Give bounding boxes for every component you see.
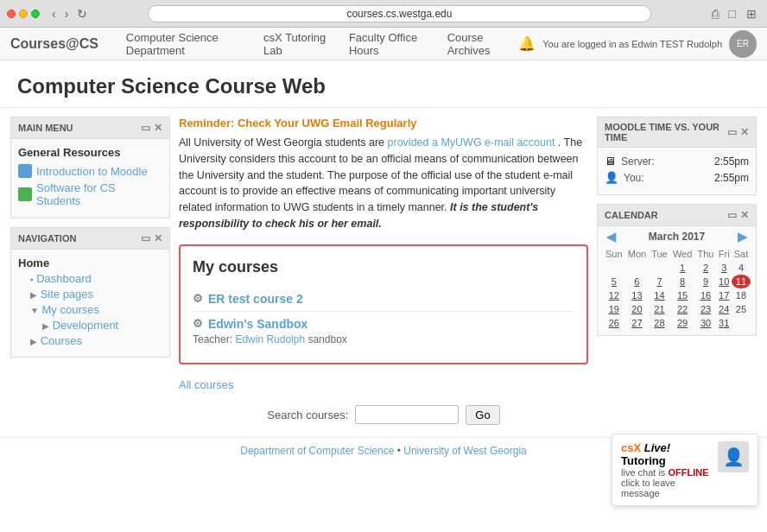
calendar-day[interactable]: 5 (603, 275, 625, 288)
day-tue: Tue (649, 247, 669, 261)
next-month-button[interactable]: ▶ (734, 230, 751, 244)
refresh-button[interactable]: ↻ (73, 5, 91, 22)
all-courses-link[interactable]: All courses (179, 378, 234, 391)
calendar-day[interactable]: 7 (649, 275, 669, 288)
nav-course-archives[interactable]: Course Archives (437, 28, 519, 60)
course-item-sandbox: ⚙ Edwin's Sandbox Teacher: Edwin Rudolph… (193, 312, 574, 351)
window-controls (7, 10, 40, 18)
cs-students-link[interactable]: Software for CS Students (18, 181, 162, 207)
search-row: Search courses: Go (179, 405, 588, 425)
my-courses-title: My courses (193, 258, 574, 276)
back-button[interactable]: ‹ (48, 5, 60, 22)
calendar-day[interactable]: 16 (695, 288, 717, 302)
nav-user-info: 🔔 You are logged in as Edwin TEST Rudolp… (518, 30, 757, 58)
calendar-day[interactable]: 25 (732, 302, 751, 316)
search-input[interactable] (355, 405, 459, 424)
calendar-day[interactable]: 12 (603, 288, 625, 302)
calendar-day[interactable]: 11 (732, 275, 751, 288)
day-sat: Sat (732, 247, 751, 261)
reminder-text: All University of West Georgia students … (179, 135, 588, 232)
calendar-day[interactable]: 9 (695, 275, 717, 288)
nav-links: Computer Science Department csX Tutoring… (116, 28, 518, 60)
main-menu-block: MAIN MENU ▭ ✕ General Resources Introduc… (10, 117, 170, 218)
csx-offline-label: OFFLINE (668, 467, 708, 478)
intro-moodle-link[interactable]: Introduction to Moodle (18, 164, 162, 178)
calendar-day[interactable]: 26 (603, 316, 625, 330)
calendar-day[interactable]: 15 (670, 288, 695, 302)
nav-cs-dept[interactable]: Computer Science Department (116, 28, 251, 60)
new-window-button[interactable]: ⊞ (743, 5, 760, 22)
you-time-row: 👤 You: 2:55pm (605, 171, 749, 184)
nav-collapse-icon[interactable]: ▭ (141, 232, 150, 244)
teacher-link[interactable]: Edwin Rudolph (235, 333, 305, 345)
calendar-day[interactable]: 14 (649, 288, 669, 302)
nav-my-courses: ▼ My courses (18, 303, 162, 316)
dev-arrow[interactable]: ▶ (42, 321, 49, 331)
time-collapse-icon[interactable]: ▭ (727, 126, 737, 138)
you-time-value: 2:55pm (714, 172, 749, 184)
calendar-day[interactable]: 10 (716, 275, 732, 288)
center-content: Reminder: Check Your UWG Email Regularly… (179, 117, 588, 425)
site-logo[interactable]: Courses@CS (10, 36, 98, 52)
minimize-dot[interactable] (19, 10, 28, 18)
time-config-icon[interactable]: ✕ (740, 126, 749, 138)
calendar-day[interactable]: 24 (716, 302, 732, 316)
navigation-block: NAVIGATION ▭ ✕ Home ▪ Dashboard ▶ Site p… (10, 227, 170, 358)
dash-bullet: ▪ (30, 275, 34, 284)
calendar-day[interactable]: 29 (670, 316, 695, 330)
calendar-day[interactable]: 4 (732, 261, 751, 275)
footer-university-link[interactable]: University of West Georgia (403, 445, 527, 457)
calendar-day[interactable]: 27 (625, 316, 650, 330)
calendar-day[interactable]: 21 (649, 302, 669, 316)
cal-config-icon[interactable]: ✕ (740, 209, 749, 221)
myuwg-link[interactable]: provided a MyUWG e-mail account (388, 136, 555, 149)
footer-dept-link[interactable]: Department of Computer Science (240, 445, 394, 457)
calendar-day[interactable]: 23 (695, 302, 717, 316)
avatar[interactable]: ER (729, 30, 757, 58)
calendar-day[interactable]: 13 (625, 288, 650, 302)
nav-csx-tutoring[interactable]: csX Tutoring Lab (253, 28, 337, 60)
browser-action-icons: ⎙ □ ⊞ (708, 5, 760, 22)
calendar-day[interactable]: 31 (716, 316, 732, 330)
forward-button[interactable]: › (61, 5, 73, 22)
calendar-day[interactable]: 1 (670, 261, 695, 275)
collapse-icon[interactable]: ▭ (141, 122, 150, 134)
notification-icon[interactable]: 🔔 (518, 35, 536, 52)
calendar-day[interactable]: 17 (716, 288, 732, 302)
csx-live-widget[interactable]: csX Live! Tutoring live chat is OFFLINE … (612, 434, 758, 506)
share-button[interactable]: ⎙ (708, 5, 722, 22)
calendar-grid: Sun Mon Tue Wed Thu Fri Sat 123456789101… (603, 247, 751, 330)
search-label: Search courses: (267, 408, 348, 421)
calendar-day[interactable]: 18 (732, 288, 751, 302)
courses-arrow[interactable]: ▶ (30, 337, 37, 346)
config-icon[interactable]: ✕ (154, 122, 162, 134)
calendar-day[interactable]: 8 (670, 275, 695, 288)
site-pages-arrow[interactable]: ▶ (30, 290, 37, 300)
maximize-dot[interactable] (31, 10, 40, 18)
search-go-button[interactable]: Go (466, 405, 499, 425)
bookmark-button[interactable]: □ (726, 5, 739, 22)
prev-month-button[interactable]: ◀ (603, 230, 619, 244)
calendar-day[interactable]: 28 (649, 316, 669, 330)
close-dot[interactable] (7, 10, 16, 18)
calendar-day[interactable]: 22 (670, 302, 695, 316)
calendar-day[interactable]: 3 (716, 261, 732, 275)
calendar-day[interactable]: 6 (625, 275, 650, 288)
cal-collapse-icon[interactable]: ▭ (727, 209, 737, 221)
calendar-day[interactable]: 20 (625, 302, 650, 316)
nav-faculty-hours[interactable]: Faculty Office Hours (339, 28, 435, 60)
calendar-day (603, 261, 625, 275)
you-label: You: (624, 172, 709, 184)
my-courses-arrow[interactable]: ▼ (30, 306, 39, 315)
address-bar[interactable]: courses.cs.westga.edu (148, 5, 650, 22)
sandbox-course-link[interactable]: ⚙ Edwin's Sandbox (193, 317, 574, 331)
calendar-day[interactable]: 19 (603, 302, 625, 316)
course-item-er-test: ⚙ ER test course 2 (193, 287, 574, 312)
browser-navigation: ‹ › ↻ (48, 5, 91, 22)
nav-config-icon[interactable]: ✕ (154, 232, 162, 244)
nav-dashboard: ▪ Dashboard (18, 272, 162, 285)
calendar-day[interactable]: 2 (695, 261, 717, 275)
er-test-course-link[interactable]: ⚙ ER test course 2 (193, 292, 574, 306)
calendar-day[interactable]: 30 (695, 316, 717, 330)
reminder-box: Reminder: Check Your UWG Email Regularly… (179, 117, 588, 232)
